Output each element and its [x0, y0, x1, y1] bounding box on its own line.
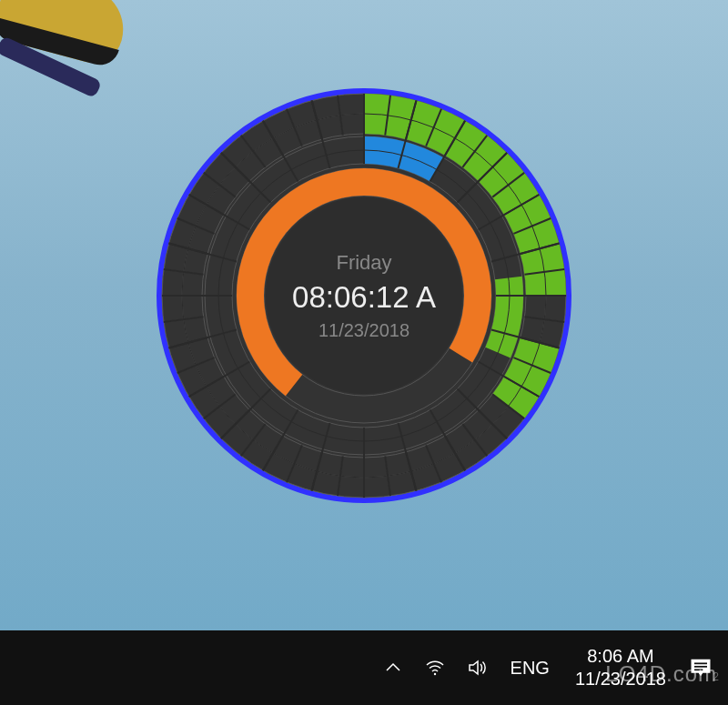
wallpaper-detail — [0, 0, 176, 176]
language-indicator[interactable]: ENG — [501, 658, 559, 679]
desktop-wallpaper: Friday 08:06:12 A 11/23/2018 — [0, 0, 728, 705]
clock-widget[interactable]: Friday 08:06:12 A 11/23/2018 — [155, 86, 573, 505]
network-wifi[interactable] — [418, 650, 452, 685]
show-hidden-icons[interactable] — [376, 650, 410, 685]
svg-point-2 — [266, 197, 462, 394]
chevron-up-icon — [382, 657, 404, 679]
speaker-icon — [466, 657, 488, 679]
wifi-icon — [424, 657, 446, 679]
taskbar: ENG 8:06 AM 11/23/2018 2 — [0, 630, 728, 705]
svg-point-161 — [433, 673, 435, 675]
notification-count: 2 — [713, 670, 719, 683]
taskbar-clock[interactable]: 8:06 AM 11/23/2018 — [566, 645, 675, 690]
volume-control[interactable] — [460, 650, 494, 685]
clock-rings — [155, 86, 573, 505]
notification-icon — [688, 655, 713, 680]
action-center[interactable]: 2 — [682, 650, 719, 686]
taskbar-date: 11/23/2018 — [575, 668, 666, 690]
taskbar-time: 8:06 AM — [575, 645, 666, 668]
